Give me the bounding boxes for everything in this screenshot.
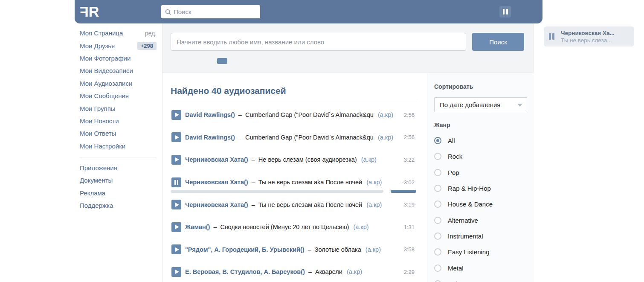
playback-progress-bar[interactable] <box>171 190 383 193</box>
sort-select[interactable]: По дате добавления <box>434 97 527 112</box>
volume-bar[interactable] <box>391 190 416 193</box>
play-pause-button[interactable] <box>171 132 181 142</box>
genre-radio-option[interactable]: Rap & Hip-Hop <box>434 180 534 196</box>
track-artist-link[interactable]: Е. Веровая, В. Студилов, А. Барсуков() <box>185 268 305 275</box>
play-pause-button[interactable] <box>171 177 181 187</box>
track-crop-link[interactable]: (а.кр) <box>361 156 377 163</box>
track-crop-link[interactable]: (а.кр) <box>366 179 382 186</box>
sidebar-item-label[interactable]: Мои Видеозаписи <box>80 67 133 74</box>
track-artist-link[interactable]: Черниковская Хата() <box>185 156 248 163</box>
genre-radio-option[interactable]: Instrumental <box>434 228 534 244</box>
audio-track-row[interactable]: David Rawlings() – Cumberland Gap ("Poor… <box>162 104 427 126</box>
sidebar-item-label[interactable]: Мои Группы <box>80 105 116 112</box>
sidebar-item-label[interactable]: Мои Сообщения <box>80 92 129 99</box>
audio-track-row[interactable]: Жаман() – Сводки новостей (Минус 20 лет … <box>162 216 427 238</box>
radio-button-icon[interactable] <box>434 217 441 224</box>
genre-radio-option[interactable]: All <box>434 133 534 148</box>
search-tab[interactable] <box>203 58 213 64</box>
sidebar-item-label[interactable]: Мои Настройки <box>80 142 125 150</box>
pause-icon[interactable] <box>549 33 554 40</box>
genre-radio-option[interactable]: Dubstep <box>434 276 534 282</box>
sidebar-item[interactable]: Мои Фотографии <box>80 52 157 64</box>
track-crop-link[interactable]: (а.кр) <box>378 134 393 141</box>
audio-track-row[interactable]: Черниковская Хата() – Ты не верь слезам … <box>162 193 427 216</box>
search-tab[interactable] <box>174 58 184 64</box>
radio-button-icon[interactable] <box>434 153 441 160</box>
track-crop-link[interactable]: (а.кр) <box>378 111 393 118</box>
search-tab[interactable] <box>232 58 242 64</box>
sidebar-item-label[interactable]: Мои Аудиозаписи <box>80 80 132 87</box>
radio-button-icon[interactable] <box>434 201 441 208</box>
sidebar-item[interactable]: Мои Ответы <box>80 127 157 140</box>
sidebar-item-label[interactable]: Моя Страница <box>80 29 123 37</box>
sidebar-item[interactable]: Мои Новости <box>80 115 157 127</box>
edit-link[interactable]: ред. <box>145 30 157 37</box>
genre-radio-option[interactable]: Alternative <box>434 212 534 228</box>
mini-player[interactable]: Черниковская Ха... Ты не верь слеза... <box>544 26 634 47</box>
play-pause-button[interactable] <box>171 267 181 277</box>
site-logo[interactable]: FR <box>81 3 97 20</box>
genre-radio-option[interactable]: Pop <box>434 165 534 180</box>
play-pause-button[interactable] <box>171 155 181 165</box>
track-artist-link[interactable]: David Rawlings() <box>185 111 235 118</box>
track-artist-link[interactable]: "Рядом", А. Городецкий, Б. Урывский() <box>185 246 305 253</box>
audio-track-row[interactable]: "Рядом", А. Городецкий, Б. Урывский() – … <box>162 238 427 261</box>
track-crop-link[interactable]: (а.кр) <box>366 246 381 253</box>
play-pause-button[interactable] <box>171 110 181 120</box>
audio-track-row[interactable]: Черниковская Хата() – Ты не верь слезам … <box>162 171 427 194</box>
sidebar-item[interactable]: Мои Сообщения <box>80 90 157 102</box>
sidebar-item-label[interactable]: Поддержка <box>80 202 113 209</box>
sidebar-item[interactable]: Документы <box>80 174 157 186</box>
radio-button-icon[interactable] <box>434 169 441 176</box>
track-artist-link[interactable]: David Rawlings() <box>185 134 235 141</box>
track-artist-link[interactable]: Жаман() <box>185 224 210 230</box>
sidebar-item[interactable]: Мои Друзья +298 <box>80 39 157 52</box>
play-pause-button[interactable] <box>171 200 181 209</box>
track-artist-link[interactable]: Черниковская Хата() <box>185 179 248 186</box>
sidebar-item[interactable]: Мои Настройки <box>80 140 157 152</box>
sidebar-item-label[interactable]: Мои Новости <box>80 117 119 125</box>
track-artist-link[interactable]: Черниковская Хата() <box>185 201 248 208</box>
sidebar-item-label[interactable]: Мои Фотографии <box>80 55 131 62</box>
header-search-input[interactable] <box>174 8 256 15</box>
radio-button-icon[interactable] <box>434 185 441 192</box>
sidebar-item[interactable]: Реклама <box>80 187 157 199</box>
genre-radio-option[interactable]: Easy Listening <box>434 244 534 260</box>
genre-radio-option[interactable]: Rock <box>434 148 534 164</box>
genre-radio-option[interactable]: Metal <box>434 260 534 276</box>
play-pause-button[interactable] <box>171 244 181 254</box>
genre-radio-option[interactable]: House & Dance <box>434 196 534 212</box>
main-search-input[interactable] <box>171 33 466 51</box>
sidebar-item-label[interactable]: Мои Ответы <box>80 130 116 137</box>
header-pause-button[interactable] <box>499 6 511 17</box>
sidebar-item[interactable]: Приложения <box>80 162 157 174</box>
radio-button-icon[interactable] <box>434 233 441 240</box>
audio-track-row[interactable]: Е. Веровая, В. Студилов, А. Барсуков() –… <box>162 261 427 282</box>
audio-track-row[interactable]: Черниковская Хата() – Не верь слезам (св… <box>162 148 427 171</box>
track-crop-link[interactable]: (а.кр) <box>353 224 368 230</box>
sidebar-item[interactable]: Мои Аудиозаписи <box>80 77 157 90</box>
track-duration: -3:02 <box>402 179 415 186</box>
sidebar-item[interactable]: Мои Группы <box>80 102 157 114</box>
sidebar-item-label[interactable]: Мои Друзья <box>80 42 115 49</box>
header-search-box[interactable] <box>161 5 260 18</box>
search-button[interactable]: Поиск <box>472 33 524 51</box>
play-pause-button[interactable] <box>171 222 181 232</box>
sidebar-item-label[interactable]: Реклама <box>80 189 105 197</box>
radio-button-icon[interactable] <box>434 248 441 256</box>
audio-track-row[interactable]: David Rawlings() – Cumberland Gap ("Poor… <box>162 126 427 149</box>
sidebar-item[interactable]: Мои Видеозаписи <box>80 64 157 77</box>
sidebar-item-label[interactable]: Приложения <box>80 164 117 172</box>
radio-button-icon[interactable] <box>434 280 441 282</box>
track-crop-link[interactable]: (а.кр) <box>347 268 362 275</box>
radio-button-icon[interactable] <box>434 265 441 272</box>
sidebar-item-label[interactable]: Документы <box>80 177 113 184</box>
search-tab[interactable] <box>188 58 198 64</box>
mini-player-artist: Черниковская Ха... <box>561 29 615 37</box>
track-crop-link[interactable]: (а.кр) <box>366 201 382 208</box>
friends-count-badge: +298 <box>137 42 157 50</box>
search-tab[interactable] <box>217 58 227 64</box>
sidebar-item[interactable]: Поддержка <box>80 199 157 212</box>
sidebar-item[interactable]: Моя Страница ред. <box>80 27 157 39</box>
radio-button-icon[interactable] <box>434 137 441 144</box>
